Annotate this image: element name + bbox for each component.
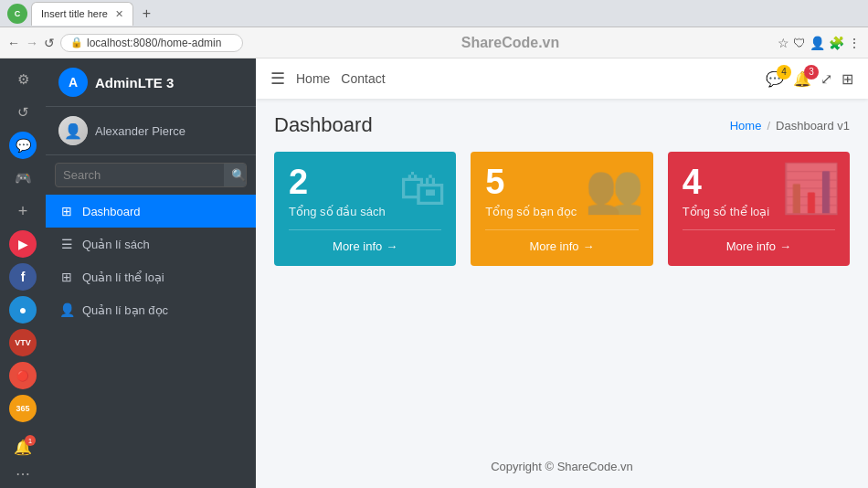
- brand-logo: A: [58, 68, 88, 97]
- circle-icon[interactable]: ●: [9, 296, 37, 324]
- profile-icon[interactable]: 👤: [810, 36, 825, 50]
- card-readers-more-info[interactable]: More info →: [485, 229, 638, 253]
- readers-label: Quản lí bạn đọc: [82, 303, 168, 317]
- top-navbar: ☰ Home Contact 💬 4 🔔 3 ⤢ ⊞: [256, 58, 868, 99]
- more-dots-icon[interactable]: ⋯: [16, 465, 30, 483]
- message-badge: 4: [777, 65, 791, 80]
- books-label: Quản lí sách: [82, 238, 150, 251]
- breadcrumb-separator: /: [767, 119, 770, 133]
- chart-icon: 📊: [781, 161, 841, 217]
- vtv-icon[interactable]: VTV: [9, 329, 37, 356]
- categories-label: Quản lí thể loại: [82, 271, 164, 284]
- avatar: 👤: [58, 116, 88, 145]
- sidebar-menu: ⊞ Dashboard ☰ Quản lí sách ⊞ Quản lí thể…: [46, 195, 256, 488]
- messenger-icon[interactable]: 💬: [9, 132, 37, 159]
- active-tab[interactable]: Insert title here ✕: [31, 2, 133, 26]
- expand-button[interactable]: ⤢: [820, 70, 832, 88]
- arrow-right-icon-2: →: [583, 239, 595, 253]
- facebook-icon[interactable]: f: [9, 263, 37, 291]
- dashboard-icon: ⊞: [58, 204, 75, 218]
- footer: Copyright © ShareCode.vn: [256, 445, 868, 488]
- user-name: Alexander Pierce: [95, 124, 185, 138]
- books-icon: ☰: [58, 237, 75, 251]
- search-button[interactable]: 🔍: [224, 164, 247, 186]
- sidebar-brand: A AdminLTE 3: [46, 58, 256, 107]
- coc-coc-logo: C: [7, 4, 27, 24]
- bag-icon: 🛍: [399, 161, 447, 216]
- cards-row: 2 Tổng số đầu sách 🛍 More info → 5 Tổng …: [274, 152, 850, 266]
- history-icon[interactable]: ↺: [9, 99, 37, 126]
- teal-app-icon[interactable]: 🔴: [9, 362, 37, 389]
- yellow-app-icon[interactable]: 365: [9, 395, 37, 422]
- new-tab-button[interactable]: +: [137, 5, 156, 22]
- lock-icon: 🔒: [70, 37, 83, 48]
- sidebar-item-readers[interactable]: 👤 Quản lí bạn đọc: [46, 293, 256, 326]
- extensions-icon[interactable]: 🧩: [829, 36, 844, 50]
- breadcrumb: Home / Dashboard v1: [730, 119, 850, 133]
- breadcrumb-home-link[interactable]: Home: [730, 119, 762, 133]
- address-bar[interactable]: 🔒 localhost:8080/home-admin: [60, 34, 243, 52]
- reload-button[interactable]: ↺: [44, 36, 55, 50]
- back-button[interactable]: ←: [7, 36, 20, 50]
- brand-name: AdminLTE 3: [95, 75, 174, 90]
- users-icon: 👥: [585, 161, 644, 217]
- sidebar-search-container: 🔍: [46, 155, 256, 195]
- sidebar-item-dashboard[interactable]: ⊞ Dashboard: [46, 195, 256, 228]
- shield-icon[interactable]: 🛡: [793, 36, 806, 50]
- bookmark-icon[interactable]: ☆: [778, 36, 789, 50]
- hamburger-icon[interactable]: ☰: [270, 69, 285, 89]
- footer-text: Copyright © ShareCode.vn: [491, 460, 633, 473]
- add-icon[interactable]: +: [9, 197, 37, 225]
- notifications-button[interactable]: 🔔 3: [793, 70, 811, 88]
- close-icon[interactable]: ✕: [115, 8, 123, 20]
- games-icon[interactable]: 🎮: [9, 164, 37, 192]
- categories-icon: ⊞: [58, 270, 75, 284]
- notification-bell-icon[interactable]: 🔔 1: [14, 439, 32, 456]
- card-categories: 4 Tổng số thể loại 📊 More info →: [668, 152, 850, 266]
- youtube-icon[interactable]: ▶: [9, 230, 37, 258]
- breadcrumb-current: Dashboard v1: [776, 119, 850, 133]
- page-header: Dashboard Home / Dashboard v1: [274, 113, 850, 137]
- card-readers: 5 Tổng số bạn đọc 👥 More info →: [471, 152, 652, 266]
- readers-icon: 👤: [58, 302, 75, 317]
- address-text: localhost:8080/home-admin: [87, 37, 221, 49]
- card-categories-more-info[interactable]: More info →: [683, 229, 835, 253]
- home-nav-link[interactable]: Home: [296, 71, 330, 86]
- tab-title: Insert title here: [41, 8, 108, 19]
- arrow-right-icon: →: [386, 239, 397, 253]
- apps-grid-button[interactable]: ⊞: [842, 70, 853, 88]
- arrow-right-icon-3: →: [779, 239, 791, 253]
- search-input[interactable]: [56, 164, 224, 186]
- more-options-icon[interactable]: ⋮: [848, 36, 861, 50]
- dashboard-label: Dashboard: [82, 205, 141, 218]
- sharecode-banner: ShareCode.vn: [249, 35, 772, 51]
- card-books-more-info[interactable]: More info →: [289, 229, 441, 253]
- contact-nav-link[interactable]: Contact: [341, 71, 385, 86]
- messages-button[interactable]: 💬 4: [766, 70, 784, 88]
- notification-badge: 3: [804, 65, 819, 80]
- sidebar-item-categories[interactable]: ⊞ Quản lí thể loại: [46, 260, 256, 293]
- card-books: 2 Tổng số đầu sách 🛍 More info →: [274, 152, 456, 266]
- sidebar-item-books[interactable]: ☰ Quản lí sách: [46, 228, 256, 260]
- page-title: Dashboard: [274, 113, 373, 137]
- settings-icon[interactable]: ⚙: [9, 66, 37, 93]
- user-panel: 👤 Alexander Pierce: [46, 107, 256, 155]
- forward-button[interactable]: →: [26, 36, 38, 50]
